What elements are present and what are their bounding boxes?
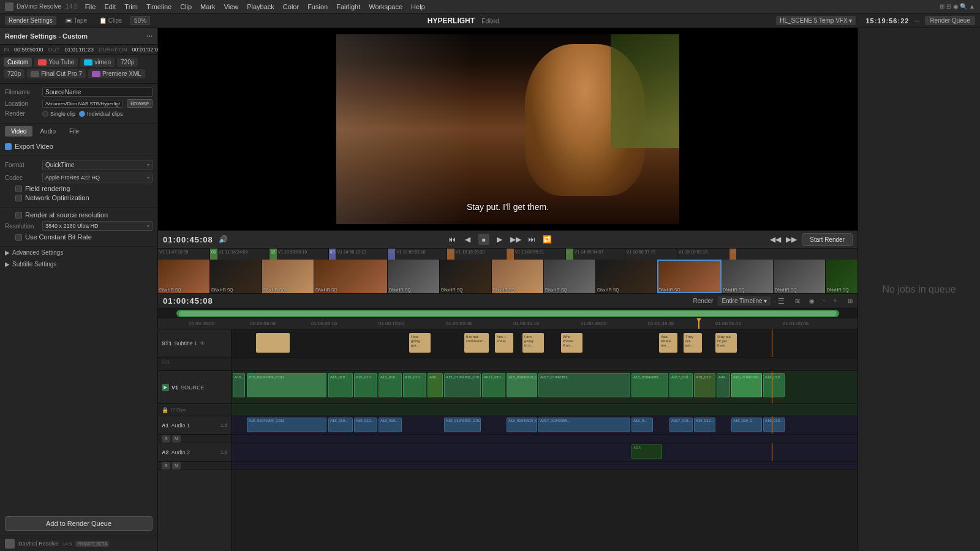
preset-720p-2[interactable]: 720p [4,69,24,78]
menu-view[interactable]: View [224,3,239,10]
aud-clip-a1-3[interactable]: A16_010... [354,418,377,432]
sub-clip-8[interactable]: Theywillget... [684,333,702,353]
step-back-btn[interactable]: ◀ [462,234,473,245]
st1-visibility-icon[interactable]: 👁 [200,340,205,347]
clip-thumb-11[interactable]: DNxHR SQ [722,260,774,293]
advanced-settings-item[interactable]: ▶ Advanced Settings [0,247,157,258]
start-render-button[interactable]: Start Render [802,233,853,246]
tab-file[interactable]: File [63,126,85,137]
location-input[interactable] [42,100,123,108]
codec-select[interactable]: Apple ProRes 422 HQ ▾ [42,173,153,182]
clip-thumb-9[interactable]: DNxHR SQ [596,260,657,293]
zoom-selector[interactable]: 50% [130,16,150,25]
loop-btn[interactable]: 🔁 [542,234,553,245]
menu-clip[interactable]: Clip [180,3,192,10]
scroll-thumb[interactable] [179,311,837,316]
render-settings-tab[interactable]: Render Settings [5,16,56,25]
vid-clip-9[interactable]: A15_01041919_C014 [507,373,537,397]
menu-file[interactable]: File [85,3,96,10]
vid-clip-8[interactable]: A017_010... [482,373,505,397]
add-to-render-queue-button[interactable]: Add to Render Queue [5,516,153,531]
filename-input[interactable] [42,88,153,97]
menu-trim[interactable]: Trim [124,3,138,10]
aud-clip-a1-4[interactable]: A16_010... [379,418,402,432]
export-video-checkbox[interactable] [5,143,12,150]
a1-s-btn[interactable]: S [162,435,170,443]
frame-back-btn[interactable]: ◀◀ [770,234,781,245]
menu-fusion[interactable]: Fusion [307,3,328,10]
aud-clip-a1-6[interactable]: A15_01041919_C014 [507,418,537,432]
network-opt-checkbox[interactable] [15,195,22,201]
fullscreen-timeline-btn[interactable]: ⊞ [848,298,853,304]
clip-thumb-1[interactable]: DNxHR SQ [158,260,210,293]
a1-m-btn[interactable]: M [172,435,181,443]
snap-btn[interactable]: ◉ [808,298,816,304]
list-view-btn[interactable]: ☰ [775,297,787,305]
aud-clip-a1-7[interactable]: A017_01042380... [538,418,630,432]
dot-menu-btn[interactable]: ··· [914,17,920,25]
sub-clip-5[interactable]: I amgoingto tr... [522,333,544,353]
vid-clip-12[interactable]: A017_010... [669,373,693,397]
sub-clip-4[interactable]: Yes, Iknow. [495,333,513,353]
go-to-start-btn[interactable]: ⏮ [447,234,458,245]
vid-clip-7[interactable]: A15_01041902_C011 [444,373,481,397]
clip-thumb-5[interactable]: DNxHR SQ [388,260,440,293]
frame-fwd-btn[interactable]: ▶▶ [786,234,797,245]
clip-thumb-10[interactable]: DNxHR SQ [657,260,722,293]
menu-workspace[interactable]: Workspace [369,3,402,10]
clip-thumb-13[interactable]: DNxHR SQ [826,260,858,293]
clip-thumb-4[interactable]: DNxHR SQ [314,260,388,293]
sub-clip-3[interactable]: It is notcommunic... [464,333,489,353]
vid-clip-5[interactable]: A16_010... [403,373,426,397]
panel-menu[interactable]: ··· [146,32,153,40]
sub-clip-1[interactable] [256,333,290,353]
zoom-in-btn[interactable]: + [832,298,838,304]
menu-edit[interactable]: Edit [104,3,116,10]
constant-bitrate-checkbox[interactable] [15,234,22,241]
aud-clip-a1-1[interactable]: A15_01041909_C012 [247,418,326,432]
vid-clip-14[interactable]: A09... [717,373,730,397]
waveform-view-btn[interactable]: ≋ [792,297,803,305]
resolution-select[interactable]: 3840 x 2160 Ultra HD ▾ [42,221,153,231]
aud-clip-a1-5[interactable]: A15_01041902_C011 [444,418,481,432]
vid-clip-11[interactable]: A15_01041909... [631,373,668,397]
preset-youtube[interactable]: You Tube [34,58,78,67]
aud-clip-a1-2[interactable]: A16_010... [328,418,353,432]
sub-clip-2[interactable]: Howgoinggoi... [409,333,431,353]
clip-thumb-2[interactable]: DNxHR SQ [210,260,262,293]
tape-tab[interactable]: 📼 Tape [61,16,91,25]
tab-audio[interactable]: Audio [34,126,62,137]
menu-help[interactable]: Help [411,3,425,10]
menu-fairlight[interactable]: Fairlight [336,3,360,10]
aud-clip-a1-12[interactable]: A16_010... [763,418,785,432]
step-fwd-btn[interactable]: ▶▶ [510,234,521,245]
sub-clip-7[interactable]: Ada,whereare ... [659,333,677,353]
vid-clip-10[interactable]: A017_01042387... [538,373,630,397]
vid-clip-1[interactable]: A15_01041909_C012 [247,373,326,397]
sub-clip-6[interactable]: Whoknowsif an... [561,333,582,353]
aud-clip-a1-8[interactable]: A15_0... [631,418,653,432]
field-rendering-checkbox[interactable] [15,186,22,192]
vid-clip-13[interactable]: A16_010... [694,373,715,397]
aud-clip-a2-1[interactable]: ADA [631,444,662,459]
menu-color[interactable]: Color [283,3,299,10]
menu-mark[interactable]: Mark [200,3,215,10]
go-to-end-btn[interactable]: ⏭ [526,234,537,245]
a2-m-btn[interactable]: M [172,462,181,470]
render-source-checkbox[interactable] [15,212,22,219]
browse-button[interactable]: Browse [127,99,153,108]
clips-tab[interactable]: 📋 Clips [96,16,126,25]
aud-clip-a1-10[interactable]: A16_010... [694,418,715,432]
vid-clip-15[interactable]: A16_01042100... [731,373,762,397]
scroll-track[interactable] [176,310,839,317]
vid-clip-4[interactable]: A16_010... [379,373,402,397]
preset-custom[interactable]: Custom [4,58,32,67]
play-btn[interactable]: ▶ [494,234,505,245]
vid-clip-6[interactable]: A09... [428,373,443,397]
sub-clip-9[interactable]: Stay putI'll getthem. [715,333,737,353]
menu-playback[interactable]: Playback [247,3,274,10]
preset-fcpro7[interactable]: Final Cut Pro 7 [27,69,86,78]
vid-clip-3[interactable]: A16_010... [354,373,377,397]
add-marker-btn[interactable]: − [821,298,827,304]
clip-thumb-6[interactable]: DNxHR SQ [440,260,492,293]
